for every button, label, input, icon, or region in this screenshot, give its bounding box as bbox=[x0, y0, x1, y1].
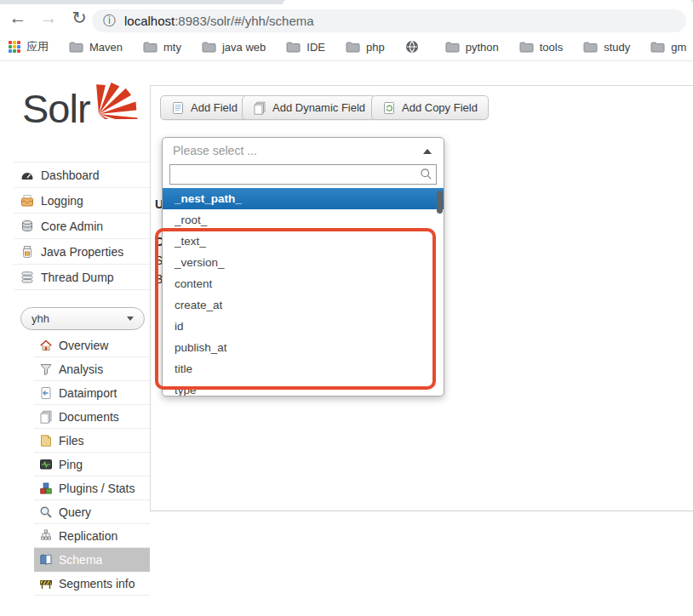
bookmark-globe[interactable] bbox=[405, 40, 425, 54]
nav-label: Logging bbox=[41, 194, 83, 208]
folder-icon bbox=[202, 42, 216, 53]
add-dynamic-field-icon bbox=[253, 101, 266, 115]
back-icon[interactable]: ← bbox=[7, 8, 29, 28]
sidebar-item-logging[interactable]: Logging bbox=[14, 188, 150, 214]
bookmark-folder[interactable]: java web bbox=[202, 41, 266, 54]
java-properties-icon bbox=[20, 245, 34, 259]
field-option[interactable]: publish_at bbox=[163, 337, 444, 358]
button-label: Add Copy Field bbox=[402, 101, 478, 114]
field-select-trigger[interactable]: Please select ... bbox=[163, 138, 444, 163]
files-icon bbox=[39, 434, 53, 448]
segments-info-icon bbox=[39, 577, 53, 590]
core-selector[interactable]: yhh bbox=[20, 307, 145, 330]
core-nav-schema[interactable]: Schema bbox=[34, 548, 150, 572]
add-copy-field-button[interactable]: Add Copy Field bbox=[371, 95, 489, 120]
bookmark-label: mty bbox=[163, 41, 181, 54]
nav-label: Core Admin bbox=[41, 220, 103, 233]
replication-icon bbox=[39, 529, 53, 543]
solr-logo-burst-icon bbox=[94, 73, 140, 119]
folder-icon bbox=[445, 42, 460, 53]
nav-label: Plugins / Stats bbox=[59, 482, 135, 495]
bookmark-label: python bbox=[466, 41, 499, 54]
site-info-icon[interactable]: ⓘ bbox=[103, 13, 116, 29]
forward-icon[interactable]: → bbox=[37, 8, 60, 28]
sidebar-item-dashboard[interactable]: Dashboard bbox=[14, 163, 150, 188]
sidebar-item-thread-dump[interactable]: Thread Dump bbox=[14, 265, 150, 290]
bookmark-folder[interactable]: IDE bbox=[286, 41, 325, 54]
nav-label: Overview bbox=[59, 339, 108, 352]
globe-icon bbox=[405, 40, 419, 54]
overview-icon bbox=[39, 339, 53, 352]
core-nav-plugins-stats[interactable]: Plugins / Stats bbox=[34, 476, 150, 500]
field-option[interactable]: content bbox=[163, 273, 444, 294]
core-nav-documents[interactable]: Documents bbox=[34, 405, 150, 429]
reload-icon[interactable]: ↻ bbox=[68, 8, 90, 28]
add-field-button[interactable]: Add Field bbox=[160, 95, 249, 120]
documents-icon bbox=[39, 410, 53, 424]
nav-label: Analysis bbox=[59, 362, 103, 376]
nav-label: Thread Dump bbox=[41, 271, 114, 284]
bookmark-folder[interactable]: mty bbox=[143, 41, 181, 54]
bookmark-folder[interactable]: Maven bbox=[69, 41, 123, 54]
bookmark-folder[interactable]: study bbox=[583, 41, 630, 54]
logging-icon bbox=[20, 194, 34, 208]
apps-grid-icon bbox=[9, 41, 20, 53]
add-dynamic-field-button[interactable]: Add Dynamic Field bbox=[242, 95, 376, 120]
dataimport-icon bbox=[39, 386, 53, 400]
thread-dump-icon bbox=[20, 271, 34, 284]
bookmark-label: study bbox=[604, 41, 630, 54]
main-nav: Dashboard Logging Core Admin Java Proper… bbox=[14, 162, 150, 290]
field-option[interactable]: _version_ bbox=[163, 252, 444, 273]
folder-icon bbox=[583, 42, 598, 53]
field-option[interactable]: id bbox=[163, 316, 444, 337]
bookmark-folder[interactable]: gm bbox=[650, 41, 686, 54]
field-option[interactable]: _nest_path_ bbox=[163, 188, 444, 209]
ping-icon bbox=[39, 458, 53, 471]
folder-icon bbox=[69, 42, 83, 53]
field-option[interactable]: create_at bbox=[163, 294, 444, 316]
field-option[interactable]: _text_ bbox=[163, 231, 444, 252]
core-nav-analysis[interactable]: Analysis bbox=[34, 357, 150, 381]
nav-label: Dataimport bbox=[59, 386, 117, 400]
folder-icon bbox=[286, 42, 301, 53]
bookmark-folder[interactable]: tools bbox=[519, 41, 563, 54]
core-nav-replication[interactable]: Replication bbox=[34, 524, 150, 548]
field-option[interactable]: _root_ bbox=[163, 209, 444, 231]
core-nav-query[interactable]: Query bbox=[34, 500, 150, 524]
core-nav-overview[interactable]: Overview bbox=[34, 334, 150, 357]
field-option[interactable]: title bbox=[163, 358, 444, 379]
core-nav-dataimport[interactable]: Dataimport bbox=[34, 381, 150, 405]
bookmark-apps[interactable]: 应用 bbox=[9, 39, 49, 54]
folder-icon bbox=[650, 42, 665, 53]
field-option-list: _nest_path_ _root_ _text_ _version_ cont… bbox=[163, 188, 444, 396]
add-field-icon bbox=[171, 101, 185, 115]
bookmark-label: 应用 bbox=[26, 39, 49, 54]
chevron-down-icon bbox=[127, 317, 134, 321]
nav-label: Replication bbox=[59, 529, 117, 543]
browser-toolbar: ← → ↻ ⓘ localhost:8983/solr/#/yhh/schema bbox=[0, 4, 693, 33]
core-nav-segments-info[interactable]: Segments info bbox=[34, 572, 150, 596]
core-nav: Overview Analysis Dataimport Documents F… bbox=[34, 334, 150, 596]
address-bar[interactable]: ⓘ localhost:8983/solr/#/yhh/schema bbox=[92, 9, 686, 32]
url-text: localhost:8983/solr/#/yhh/schema bbox=[124, 14, 314, 28]
bookmark-label: gm bbox=[671, 41, 686, 54]
sidebar-item-core-admin[interactable]: Core Admin bbox=[14, 214, 150, 239]
scrollbar-thumb[interactable] bbox=[437, 191, 443, 214]
nav-label: Segments info bbox=[59, 577, 135, 590]
plugins-icon bbox=[39, 482, 53, 495]
field-search-input[interactable] bbox=[169, 164, 437, 185]
bookmark-folder[interactable]: php bbox=[346, 41, 385, 54]
field-option[interactable]: type bbox=[163, 379, 444, 396]
folder-icon bbox=[143, 42, 158, 53]
core-nav-ping[interactable]: Ping bbox=[34, 453, 150, 476]
core-nav-files[interactable]: Files bbox=[34, 429, 150, 453]
bookmark-label: php bbox=[366, 41, 385, 54]
sidebar-item-java-properties[interactable]: Java Properties bbox=[14, 239, 150, 265]
query-icon bbox=[39, 505, 53, 519]
solr-logo[interactable]: Solr bbox=[22, 85, 90, 132]
bookmark-folder[interactable]: python bbox=[445, 41, 499, 54]
url-host: localhost bbox=[124, 14, 175, 28]
field-search bbox=[169, 164, 437, 185]
field-select-placeholder: Please select ... bbox=[173, 144, 257, 157]
nav-label: Query bbox=[59, 505, 91, 519]
